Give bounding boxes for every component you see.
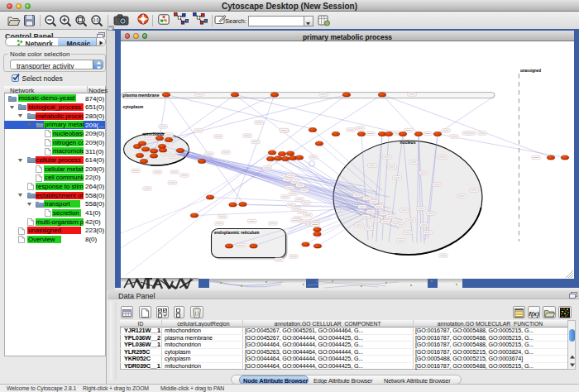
- svg-text:f(x): f(x): [529, 310, 539, 318]
- svg-text:endoplasmic reticulum: endoplasmic reticulum: [214, 230, 260, 235]
- svg-text:nucleus: nucleus: [400, 140, 416, 145]
- svg-text:plasma membrane: plasma membrane: [123, 93, 160, 98]
- svg-text:1:1: 1:1: [93, 17, 98, 22]
- svg-text:unassigned: unassigned: [520, 69, 541, 73]
- svg-text:cytoplasm: cytoplasm: [123, 104, 144, 109]
